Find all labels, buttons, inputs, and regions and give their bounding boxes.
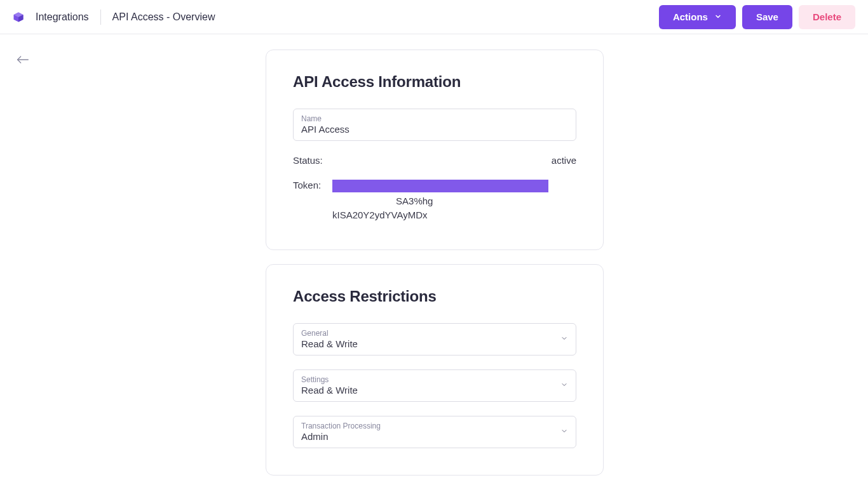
name-field[interactable]: Name xyxy=(293,109,576,141)
header-left: Integrations API Access - Overview xyxy=(13,10,215,25)
transaction-processing-select-value: Admin xyxy=(301,431,329,442)
delete-button-label: Delete xyxy=(813,11,841,22)
general-select-value: Read & Write xyxy=(301,338,358,349)
access-restrictions-heading: Access Restrictions xyxy=(293,288,576,305)
divider xyxy=(100,10,101,25)
save-button-label: Save xyxy=(756,11,778,22)
cards-column: API Access Information Name Status: acti… xyxy=(266,50,604,475)
transaction-processing-select-label: Transaction Processing xyxy=(301,422,553,430)
chevron-down-icon xyxy=(560,380,568,391)
chevron-down-icon xyxy=(560,333,568,345)
arrow-left-icon xyxy=(17,55,29,67)
logo-icon xyxy=(13,11,24,23)
general-select[interactable]: General Read & Write xyxy=(293,323,576,356)
status-label: Status: xyxy=(293,155,329,166)
breadcrumb[interactable]: Integrations xyxy=(36,11,89,23)
token-value[interactable]: XXXXXXXXXXXXXXXXXXXXXXXXXXXXXXXXXXXXXXXX… xyxy=(332,180,576,223)
actions-button-label: Actions xyxy=(673,11,708,22)
token-row: Token: XXXXXXXXXXXXXXXXXXXXXXXXXXXXXXXXX… xyxy=(293,180,576,223)
token-text-line1: XXXXXXXXXXXXXXXXXXXXXXXXXXXXXXXXXXXXXXXX… xyxy=(332,181,574,206)
settings-select-value: Read & Write xyxy=(301,385,358,396)
status-value: active xyxy=(552,155,576,166)
general-select-label: General xyxy=(301,329,553,338)
header-actions: Actions Save Delete xyxy=(659,5,855,29)
status-row: Status: active xyxy=(293,155,576,166)
settings-select[interactable]: Settings Read & Write xyxy=(293,369,576,402)
token-text-line2: kISA20Y2ydYVAyMDx xyxy=(332,209,428,220)
delete-button[interactable]: Delete xyxy=(799,5,855,29)
api-info-heading: API Access Information xyxy=(293,73,576,91)
token-label: Token: xyxy=(293,180,329,190)
access-restrictions-card: Access Restrictions General Read & Write… xyxy=(266,264,604,475)
actions-button[interactable]: Actions xyxy=(659,5,736,29)
settings-select-label: Settings xyxy=(301,375,553,384)
name-input[interactable] xyxy=(301,124,568,135)
transaction-processing-select[interactable]: Transaction Processing Admin xyxy=(293,416,576,448)
page-title: API Access - Overview xyxy=(112,11,215,23)
save-button[interactable]: Save xyxy=(742,5,792,29)
chevron-down-icon xyxy=(560,426,568,437)
back-button[interactable] xyxy=(14,52,32,70)
api-info-card: API Access Information Name Status: acti… xyxy=(266,50,604,250)
main-content: API Access Information Name Status: acti… xyxy=(0,34,868,492)
app-header: Integrations API Access - Overview Actio… xyxy=(0,0,868,34)
name-field-label: Name xyxy=(301,114,568,123)
chevron-down-icon xyxy=(714,11,722,22)
